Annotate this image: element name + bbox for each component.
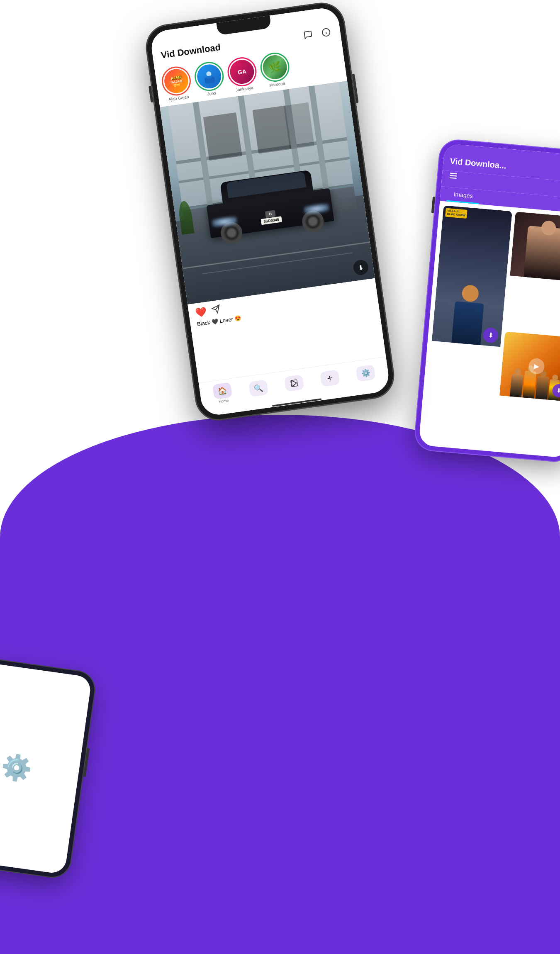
nav-item-home[interactable]: 🏠 Home — [212, 382, 233, 404]
media-grid: VILLAINBLAK KAWW ⬇ — [419, 201, 560, 458]
feed-post: H 6SD0346 ⬇ ❤️ — [160, 81, 386, 383]
story-avatar-karoona: 🌿 — [260, 52, 290, 82]
phone-frame-right: Vid Downloa... Images — [414, 139, 560, 462]
story-item-jankariya[interactable]: GA Jankariya — [227, 57, 258, 93]
phone-screen-main: Vid Download — [149, 6, 391, 417]
settings-icon: ⚙️ — [356, 365, 376, 382]
story-label-karoona: Karoona — [269, 81, 285, 88]
hamburger-icon[interactable] — [448, 171, 458, 183]
left-phone: ⚙️ ✕ — [0, 655, 97, 879]
main-phone: Vid Download — [144, 0, 397, 422]
story-item-karoona[interactable]: 🌿 Karoona — [260, 52, 291, 88]
phone-screen-right: Vid Downloa... Images — [419, 144, 560, 458]
phone-screen-left: ⚙️ — [0, 660, 92, 874]
share-icon[interactable] — [211, 304, 222, 316]
car-scene: H 6SD0346 — [160, 81, 375, 304]
media-thumb-portrait — [505, 212, 560, 334]
story-label-jankariya: Jankariya — [235, 85, 253, 92]
nav-item-video[interactable] — [284, 375, 304, 392]
info-icon[interactable] — [319, 26, 333, 39]
header-icons — [302, 26, 333, 41]
story-avatar-jons — [194, 61, 224, 91]
media-thumb-group: ▶ ⬇ — [495, 331, 560, 454]
story-item-ajab[interactable]: AJAB GAJAB दुनिया Ajab Gajab — [161, 66, 192, 102]
message-icon[interactable] — [302, 28, 315, 41]
person-image: VILLAINBLAK KAWW ⬇ — [432, 205, 512, 347]
story-item-jons[interactable]: Jons — [194, 61, 225, 97]
right-app-title: Vid Downloa... — [450, 156, 507, 171]
story-avatar-ajab: AJAB GAJAB दुनिया — [161, 66, 191, 96]
phone-frame-left: ⚙️ — [0, 655, 97, 879]
svg-point-0 — [322, 28, 331, 37]
story-avatar-jankariya: GA — [227, 57, 257, 87]
svg-line-10 — [450, 178, 456, 178]
svg-line-9 — [450, 175, 457, 176]
home-icon: 🏠 — [212, 382, 232, 399]
story-label-jons: Jons — [207, 90, 216, 96]
add-icon: + — [320, 370, 340, 387]
svg-marker-6 — [291, 380, 297, 387]
nav-item-search[interactable]: 🔍 — [248, 380, 269, 397]
nav-item-add[interactable]: + — [320, 370, 340, 387]
like-icon[interactable]: ❤️ — [195, 306, 207, 319]
svg-line-8 — [450, 173, 457, 174]
search-icon: 🔍 — [248, 380, 269, 397]
story-label-ajab: Ajab Gajab — [168, 95, 190, 102]
home-label: Home — [219, 398, 229, 404]
video-icon — [284, 375, 304, 392]
right-phone: Vid Downloa... Images — [414, 139, 560, 462]
nav-item-settings[interactable]: ⚙️ — [356, 365, 376, 382]
settings-icon-left: ⚙️ — [0, 751, 34, 784]
post-image: H 6SD0346 ⬇ — [160, 81, 375, 304]
phone-frame-main: Vid Download — [144, 0, 397, 422]
